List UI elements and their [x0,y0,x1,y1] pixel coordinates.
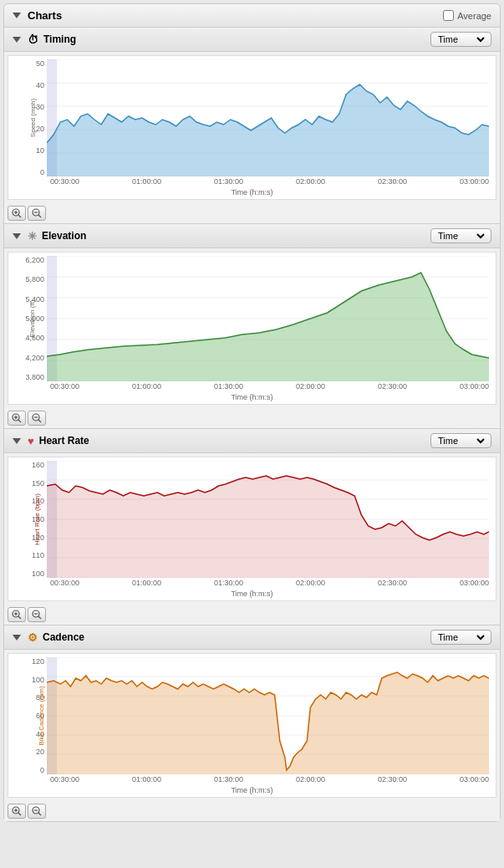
timing-x-0230: 02:30:00 [378,177,407,186]
cadence-x-0030: 00:30:00 [50,775,79,784]
elevation-header: ✳ Elevation Time Distance [4,224,500,248]
elev-x-0230: 02:30:00 [378,382,407,391]
elevation-icon: ✳ [28,230,37,243]
cadence-title: Cadence [43,631,84,643]
cadence-y-100: 100 [32,676,44,684]
timing-zoom-in[interactable] [8,206,26,221]
charts-header: Charts Average [4,4,500,28]
speed-y-0: 0 [40,168,44,176]
elev-y-label: Elevation (ft) [28,300,36,338]
cadence-x-title: Time (h:m:s) [15,785,489,797]
cadence-y-0: 0 [40,766,44,774]
elevation-svg [47,256,489,381]
cadence-time-select[interactable]: Time Distance [430,630,491,645]
heartrate-section: ♥ Heart Rate Time Distance Heart Rate (b… [4,429,500,625]
timing-header: ⏱ Timing Time Distance [4,28,500,52]
elevation-section: ✳ Elevation Time Distance Elevation (ft)… [4,224,500,429]
timing-select-input[interactable]: Time Distance [435,33,487,45]
cadence-zoom-out[interactable] [28,804,46,819]
svg-line-42 [38,616,41,619]
hr-y-150: 150 [32,479,44,488]
svg-line-8 [18,215,21,217]
timing-time-select[interactable]: Time Distance [430,32,491,47]
svg-line-57 [38,813,41,815]
elevation-zoom-in[interactable] [8,411,26,426]
cadence-x-axis: 00:30:00 01:00:00 01:30:00 02:00:00 02:3… [15,774,489,785]
timing-chart-wrap: Speed (mph) 50 40 30 20 10 0 [15,59,489,176]
cadence-x-0230: 02:30:00 [378,775,407,784]
speed-y-20: 20 [36,125,44,133]
elevation-title-group: ✳ Elevation [13,230,86,243]
hr-y-110: 110 [32,551,44,559]
hr-x-0130: 01:30:00 [214,579,243,587]
elevation-x-title: Time (h:m:s) [15,392,489,404]
svg-line-23 [18,420,21,422]
cadence-chart-area [47,657,489,774]
heartrate-zoom-controls [4,605,500,625]
heartrate-zoom-in[interactable] [8,607,26,622]
charts-panel: Charts Average ⏱ Timing Time Distance [3,3,501,822]
heartrate-x-axis: 00:30:00 01:00:00 01:30:00 02:00:00 02:3… [15,578,489,589]
cadence-section: ⚙ Cadence Time Distance Bike Cadence (rp… [4,625,500,821]
elevation-zoom-controls [4,408,500,428]
heart-icon: ♥ [28,435,34,447]
timing-svg [47,59,489,176]
elev-y-4200: 4,200 [25,354,44,362]
cadence-svg [47,657,489,774]
timing-x-0200: 02:00:00 [296,177,325,186]
cadence-zoom-in[interactable] [8,804,26,819]
timing-collapse-icon[interactable] [13,37,21,43]
elevation-x-axis: 00:30:00 01:00:00 01:30:00 02:00:00 02:3… [15,381,489,392]
timing-x-0100: 01:00:00 [132,177,161,186]
cadence-title-group: ⚙ Cadence [13,631,84,644]
elev-x-0130: 01:30:00 [214,382,243,391]
heartrate-title: Heart Rate [39,435,89,447]
heartrate-time-select[interactable]: Time Distance [430,433,491,448]
cadence-chart-wrap: Bike Cadence (rpm) 120 100 80 60 40 20 0 [15,657,489,774]
timing-zoom-out[interactable] [28,206,46,221]
hr-y-160: 160 [32,461,44,469]
charts-title: Charts [28,9,62,22]
cadence-y-label: Bike Cadence (rpm) [38,686,45,745]
elev-x-0200: 02:00:00 [296,382,325,391]
hr-x-0200: 02:00:00 [296,579,325,587]
cadence-collapse-icon[interactable] [13,635,21,641]
average-checkbox[interactable] [443,10,454,21]
svg-line-12 [38,215,41,217]
elevation-zoom-out[interactable] [28,411,46,426]
elev-x-0100: 01:00:00 [132,382,161,391]
timing-x-title: Time (h:m:s) [15,187,489,199]
hr-y-100: 100 [32,569,44,578]
timing-x-axis: 00:30:00 01:00:00 01:30:00 02:00:00 02:3… [15,176,489,187]
cadence-x-0300: 03:00:00 [460,775,489,784]
elev-y-5800: 5,800 [25,275,44,283]
average-label: Average [457,11,491,21]
heartrate-zoom-out[interactable] [28,607,46,622]
speed-y-10: 10 [36,146,44,155]
elev-y-3800: 3,800 [25,373,44,381]
charts-header-left: Charts [13,9,62,22]
cadence-select-input[interactable]: Time Distance [435,631,487,643]
speed-y-30: 30 [36,103,44,111]
svg-line-53 [18,813,21,815]
heartrate-header: ♥ Heart Rate Time Distance [4,429,500,453]
elevation-collapse-icon[interactable] [13,233,21,239]
hr-y-label: Heart Rate (bpm) [33,493,41,545]
heartrate-collapse-icon[interactable] [13,438,21,444]
elevation-title: Elevation [42,230,86,242]
elevation-time-select[interactable]: Time Distance [430,228,491,243]
heartrate-select-input[interactable]: Time Distance [435,435,487,447]
timing-x-0130: 01:30:00 [214,177,243,186]
timing-title: Timing [43,33,76,45]
elevation-select-input[interactable]: Time Distance [435,230,487,242]
timing-section: ⏱ Timing Time Distance Speed (mph) 50 40 [4,28,500,224]
cadence-y-120: 120 [32,657,44,666]
timing-zoom-controls [4,203,500,223]
collapse-icon[interactable] [13,13,21,18]
hr-x-0230: 02:30:00 [378,579,407,587]
elev-y-6200: 6,200 [25,256,44,264]
speed-y-50: 50 [36,59,44,68]
cadence-zoom-controls [4,801,500,821]
speed-y-label: Speed (mph) [29,99,37,137]
heartrate-svg [47,461,489,578]
